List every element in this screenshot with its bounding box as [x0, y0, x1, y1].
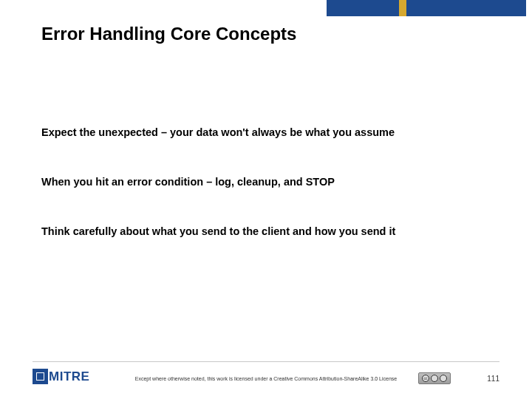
bullet-item: Think carefully about what you send to t…: [41, 225, 491, 239]
by-icon: [431, 375, 438, 382]
page-number: 111: [487, 375, 499, 383]
header-accent-bar: [399, 0, 406, 16]
footer-divider: [33, 361, 499, 362]
sa-icon: [440, 375, 447, 382]
header-brand-bar: [327, 0, 526, 16]
license-text: Except where otherwise noted, this work …: [0, 376, 532, 381]
bullet-item: When you hit an error condition – log, c…: [41, 175, 491, 189]
cc-license-badge-icon: cc: [418, 372, 451, 384]
bullet-item: Expect the unexpected – your data won't …: [41, 126, 491, 140]
slide-body: Expect the unexpected – your data won't …: [41, 126, 491, 274]
slide-title: Error Handling Core Concepts: [41, 24, 296, 44]
cc-icon: cc: [422, 375, 429, 382]
